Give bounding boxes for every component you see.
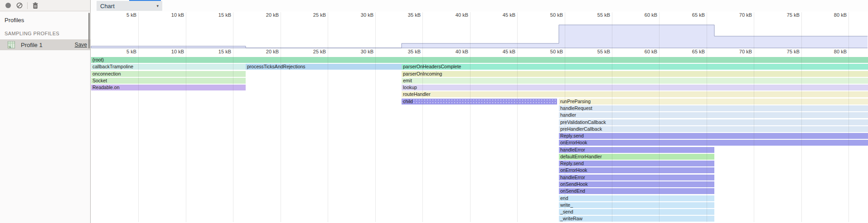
ruler-tick-label: 80 kB — [820, 12, 847, 18]
flame-segment[interactable]: processTicksAndRejections — [246, 64, 402, 70]
gridline — [375, 12, 376, 222]
flame-segment[interactable]: routeHandler — [402, 91, 868, 97]
flame-segment[interactable]: handleRequest — [559, 105, 868, 111]
flame-segment[interactable]: (root) — [91, 57, 868, 63]
flame-segment[interactable]: Socket — [91, 78, 246, 84]
ruler-tick-label: 25 kB — [299, 12, 326, 18]
gridline — [470, 12, 470, 222]
delete-profile-button[interactable] — [32, 2, 39, 9]
spreadsheet-icon: % — [8, 41, 15, 48]
record-profile-button[interactable] — [5, 2, 12, 9]
profiles-sidebar: Profiles SAMPLING PROFILES % Profile 1 S… — [0, 11, 91, 223]
gridline — [281, 12, 281, 222]
gridline — [849, 12, 849, 222]
ruler-tick-label: 60 kB — [630, 49, 657, 54]
gridline — [754, 12, 754, 222]
pane-splitter-scrollbar[interactable] — [88, 13, 90, 48]
save-profile-link[interactable]: Save — [75, 42, 87, 48]
gridline — [612, 12, 612, 222]
ruler-tick-label: 30 kB — [346, 49, 373, 54]
flame-segment[interactable]: lookup — [402, 85, 868, 90]
flame-segment[interactable]: Reply.send — [559, 161, 714, 166]
record-circle-icon — [5, 3, 11, 8]
flame-segment[interactable]: handler — [559, 112, 868, 118]
sidebar-title: Profiles — [0, 11, 90, 24]
sidebar-item-profile-1[interactable]: % Profile 1 Save — [0, 39, 90, 50]
ruler-tick-label: 55 kB — [583, 12, 610, 18]
ruler-tick-label: 35 kB — [393, 49, 421, 54]
flame-segment[interactable]: Readable.on — [91, 85, 246, 90]
ruler-tick-label: 10 kB — [157, 49, 184, 54]
flame-segment[interactable]: callbackTrampoline — [91, 64, 246, 70]
ruler-tick-label: 25 kB — [299, 49, 326, 54]
ruler-tick-label: 35 kB — [393, 12, 421, 18]
ruler-tick-label: 50 kB — [536, 12, 563, 18]
ruler-tick-label: 5 kB — [109, 49, 136, 54]
gridline — [707, 12, 707, 222]
flame-segment[interactable]: Reply.send — [559, 133, 868, 139]
flame-segment[interactable]: write_ — [559, 202, 714, 208]
flame-segment[interactable]: parserOnIncoming — [402, 71, 868, 77]
flame-segment[interactable]: onconnection — [91, 71, 246, 77]
allocation-flame-chart-pane[interactable]: 5 kB5 kB10 kB10 kB15 kB15 kB20 kB20 kB25… — [91, 11, 868, 223]
flame-segment[interactable]: preHandlerCallback — [559, 126, 868, 132]
flame-segment[interactable]: defaultErrorHandler — [559, 154, 714, 160]
view-mode-select[interactable]: Chart ▾ — [97, 1, 162, 11]
trash-icon — [32, 2, 39, 9]
flame-segment[interactable]: onErrorHook — [559, 140, 868, 146]
gridline — [422, 12, 423, 222]
ruler-tick-label: 70 kB — [725, 12, 752, 18]
gridline — [328, 12, 328, 222]
ruler-tick-label: 65 kB — [678, 12, 705, 18]
ruler-tick-label: 40 kB — [441, 12, 468, 18]
ruler-tick-label: 40 kB — [441, 49, 468, 54]
ruler-tick-label: 75 kB — [772, 12, 800, 18]
ruler-tick-label: 5 kB — [109, 12, 136, 18]
sampling-profiler-window: Chart ▾ Profiles SAMPLING PROFILES % Pro… — [0, 0, 868, 223]
flame-segment[interactable]: parserOnHeadersComplete — [402, 64, 868, 70]
flame-segment[interactable]: runPreParsing — [559, 99, 868, 104]
flame-segment[interactable]: emit — [402, 78, 868, 84]
view-mode-label: Chart — [100, 3, 115, 9]
profiles-toolbar — [0, 0, 91, 11]
ruler-tick-label: 15 kB — [204, 12, 231, 18]
flame-segment[interactable]: onSendEnd — [559, 188, 714, 194]
ruler-tick-label: 70 kB — [725, 49, 752, 54]
ruler-tick-label: 80 kB — [820, 49, 847, 54]
flame-segment[interactable]: preValidationCallback — [559, 119, 868, 125]
svg-text:%: % — [9, 46, 11, 48]
ruler-tick-label: 20 kB — [252, 49, 279, 54]
flame-segment[interactable]: _writeRaw — [559, 216, 714, 222]
flame-segment[interactable]: handleError — [559, 175, 714, 180]
ruler-tick-label: 30 kB — [346, 12, 373, 18]
flame-segment[interactable]: end — [559, 195, 714, 201]
sampling-profiles-header: SAMPLING PROFILES — [0, 24, 90, 36]
flame-segment[interactable]: _send — [559, 209, 714, 215]
clear-button[interactable] — [16, 2, 23, 9]
ruler-tick-label: 10 kB — [157, 12, 184, 18]
gridline — [801, 12, 802, 222]
ruler-tick-label: 60 kB — [630, 12, 657, 18]
ruler-tick-label: 15 kB — [204, 49, 231, 54]
gridline — [138, 12, 139, 222]
gridline — [517, 12, 518, 222]
ruler-tick-label: 65 kB — [678, 49, 705, 54]
memory-overview-graph[interactable] — [91, 19, 868, 48]
ruler-tick-label: 50 kB — [536, 49, 563, 54]
flame-segment[interactable]: onErrorHook — [559, 167, 714, 173]
gridline — [186, 12, 186, 222]
blocked-circle-icon — [16, 2, 23, 9]
ruler-tick-label: 20 kB — [252, 12, 279, 18]
flame-segment[interactable]: child — [402, 99, 557, 104]
toolbar-separator — [27, 2, 28, 9]
ruler-tick-label: 45 kB — [488, 12, 515, 18]
ruler-tick-label: 75 kB — [772, 49, 800, 54]
gridline — [659, 12, 659, 222]
profile-name: Profile 1 — [21, 42, 43, 48]
chart-topbar: Chart ▾ — [91, 0, 868, 11]
flame-segment[interactable]: onSendHook — [559, 181, 714, 187]
chevron-down-icon: ▾ — [156, 4, 159, 8]
gridline — [565, 12, 565, 222]
ruler-tick-label: 55 kB — [583, 49, 610, 54]
flame-segment[interactable]: handleError — [559, 147, 714, 153]
